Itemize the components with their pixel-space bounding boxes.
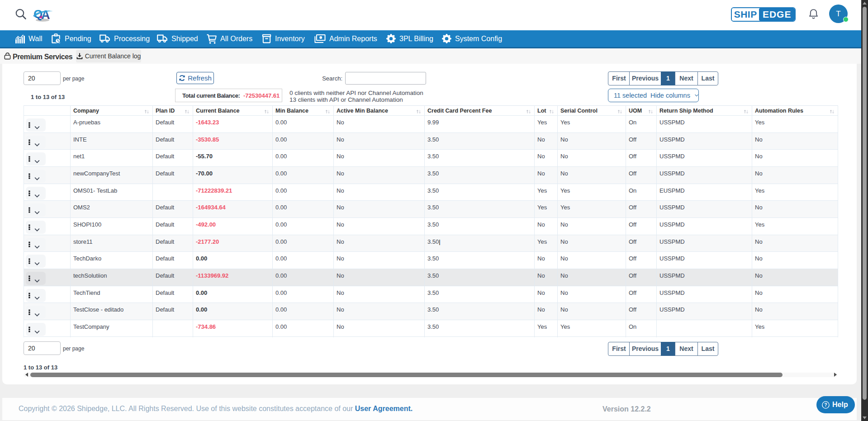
svg-text:A: A: [41, 8, 50, 22]
svg-text:?: ?: [824, 402, 827, 407]
